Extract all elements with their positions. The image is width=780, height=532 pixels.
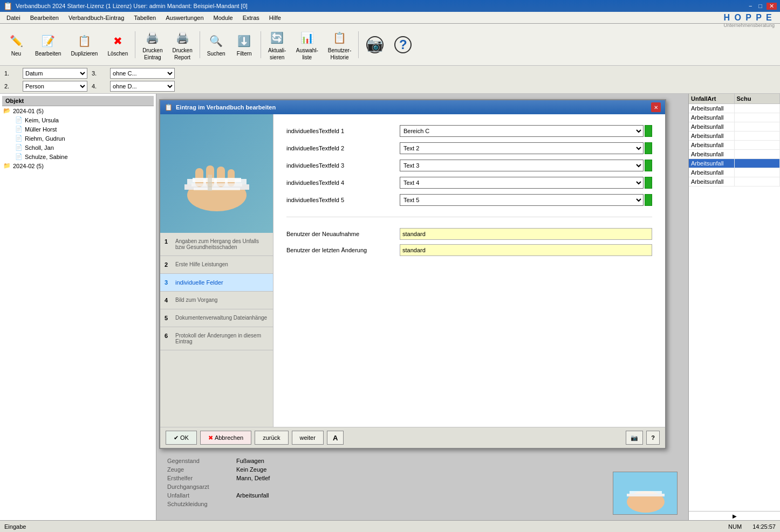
right-row-5[interactable]: Arbeitsunfall	[689, 150, 780, 159]
filter-bar: 1. Datum 2. Person 3. ohne C... 4. ohne …	[0, 66, 780, 94]
textfeld1-select[interactable]: Bereich C	[400, 125, 644, 137]
nav-label-6: Protokoll der Änderungen in diesem Eintr…	[175, 333, 269, 344]
user-input-new[interactable]	[400, 228, 652, 240]
menu-item-module[interactable]: Module	[209, 13, 237, 22]
textfeld5-select[interactable]: Text 5	[400, 194, 644, 206]
nav-num-6: 6	[165, 333, 172, 339]
drucken-eintrag-label2: Eintrag	[144, 54, 161, 60]
filter-select4[interactable]: ohne D...	[110, 81, 175, 92]
suchen-btn[interactable]: 🔍 Suchen	[203, 30, 229, 59]
nav-num-3: 3	[165, 279, 172, 286]
nav-item-5[interactable]: 5 Dokumentenverwaltung Dateianhänge	[160, 309, 273, 327]
menu-item-extras[interactable]: Extras	[238, 13, 264, 22]
aktualisieren-btn[interactable]: 🔄 Aktuali- sieren	[264, 26, 290, 63]
right-row-1[interactable]: Arbeitsunfall	[689, 113, 780, 122]
close-btn[interactable]: ✕	[767, 3, 777, 10]
footer-help-btn[interactable]: ?	[646, 431, 660, 445]
right-row-2[interactable]: Arbeitsunfall	[689, 122, 780, 132]
right-scroll-down-icon[interactable]: ▶	[733, 513, 737, 519]
textfeld3-select[interactable]: Text 3	[400, 160, 644, 171]
dialog-close-btn[interactable]: ✕	[651, 102, 661, 112]
font-button[interactable]: A	[327, 431, 344, 445]
tree-year-2024-01[interactable]: 📂 2024-01 (5)	[2, 106, 154, 115]
benutzer-historie-btn[interactable]: 📋 Benutzer- Historie	[324, 26, 355, 63]
form-label-textfeld3: individuellesTextfeld 3	[286, 162, 400, 169]
nav-item-6[interactable]: 6 Protokoll der Änderungen in diesem Ein…	[160, 327, 273, 350]
svg-rect-15	[208, 175, 212, 191]
menu-item-datei[interactable]: Datei	[2, 13, 25, 22]
textfeld4-select[interactable]: Text 4	[400, 177, 644, 189]
nav-num-2: 2	[165, 261, 172, 268]
right-row-6[interactable]: Arbeitsunfall	[689, 159, 780, 168]
filter-select3[interactable]: ohne C...	[110, 68, 175, 79]
nav-item-2[interactable]: 2 Erste Hilfe Leistungen	[160, 256, 273, 274]
textfeld3-indicator	[645, 160, 652, 171]
auswahlliste-label1: Auswahl-	[296, 47, 318, 53]
status-left: Eingabe	[4, 523, 26, 530]
right-row-3[interactable]: Arbeitsunfall	[689, 132, 780, 141]
neu-icon: ✏️	[8, 32, 25, 50]
back-button[interactable]: zurück	[255, 431, 288, 445]
tree-person-scholl[interactable]: 📄 Scholl, Jan	[2, 143, 154, 152]
tree-person-schulze[interactable]: 📄 Schulze, Sabine	[2, 152, 154, 161]
tree-person-mueller[interactable]: 📄 Müller Horst	[2, 125, 154, 134]
duplizieren-btn[interactable]: 📋 Duplizieren	[67, 30, 101, 59]
tree-person-keim[interactable]: 📄 Keim, Ursula	[2, 115, 154, 125]
tree-year-2024-02[interactable]: 📁 2024-02 (5)	[2, 161, 154, 170]
right-cell-schu-8	[735, 177, 781, 186]
bg-row-zeuge: Zeuge Kein Zeuge	[167, 466, 270, 473]
ok-button[interactable]: ✔ OK	[166, 431, 197, 445]
sep4	[358, 31, 359, 58]
right-panel-header: UnfallArt Schu	[689, 94, 780, 104]
nav-num-1: 1	[165, 238, 172, 245]
nav-item-4[interactable]: 4 Bild zum Vorgang	[160, 292, 273, 309]
filtern-btn[interactable]: ⬇️ Filtern	[231, 30, 257, 59]
tree-person-riehm[interactable]: 📄 Riehm, Gudrun	[2, 134, 154, 143]
next-button[interactable]: weiter	[292, 431, 324, 445]
cancel-button[interactable]: ✖ Abbrechen	[200, 431, 251, 445]
right-row-4[interactable]: Arbeitsunfall	[689, 141, 780, 150]
menu-item-verbandbuch-eintrag[interactable]: Verbandbuch-Eintrag	[64, 13, 128, 22]
drucken-report-btn[interactable]: 🖨️ Drucken Report	[168, 26, 196, 63]
filter-select2[interactable]: Person	[23, 81, 87, 92]
nav-item-3[interactable]: 3 individuelle Felder	[160, 274, 273, 292]
bearbeiten-btn[interactable]: 📝 Bearbeiten	[31, 30, 65, 59]
suchen-icon: 🔍	[208, 32, 225, 50]
footer-camera-btn[interactable]: 📷	[626, 431, 643, 445]
right-cell-unfallart-8: Arbeitsunfall	[689, 177, 735, 186]
right-cell-schu-0	[735, 104, 781, 113]
drucken-eintrag-btn[interactable]: 🖨️ Drucken Eintrag	[139, 26, 166, 63]
nav-item-1[interactable]: 1 Angaben zum Hergang des Unfalls bzw Ge…	[160, 233, 273, 256]
textfeld2-select[interactable]: Text 2	[400, 142, 644, 154]
form-label-textfeld5: individuellesTextfeld 5	[286, 197, 400, 203]
bg-row-ersthelfer: Ersthelfer Mann, Detlef	[167, 475, 270, 481]
maximize-btn[interactable]: □	[756, 3, 764, 10]
right-row-8[interactable]: Arbeitsunfall	[689, 177, 780, 186]
window-controls[interactable]: − □ ✕	[747, 3, 777, 10]
right-row-0[interactable]: Arbeitsunfall	[689, 104, 780, 113]
menu-item-tabellen[interactable]: Tabellen	[129, 13, 160, 22]
loeschen-btn[interactable]: ✖ Löschen	[104, 30, 132, 59]
right-cell-schu-7	[735, 168, 781, 177]
drucken-eintrag-icon: 🖨️	[144, 29, 161, 46]
auswahlliste-btn[interactable]: 📊 Auswahl- liste	[292, 26, 322, 63]
menu-item-hilfe[interactable]: Hilfe	[265, 13, 285, 22]
right-cell-schu-1	[735, 113, 781, 122]
title-bar-content: 📋 Verbandbuch 2024 Starter-Lizenz (1 Liz…	[3, 2, 248, 10]
filter-row4: 4. ohne D...	[92, 81, 175, 92]
menu-item-bearbeiten[interactable]: Bearbeiten	[26, 13, 63, 22]
font-label: A	[333, 434, 338, 442]
right-cell-unfallart-7: Arbeitsunfall	[689, 168, 735, 177]
camera-btn[interactable]: 📷	[362, 33, 388, 56]
right-row-7[interactable]: Arbeitsunfall	[689, 168, 780, 177]
user-input-last[interactable]	[400, 244, 652, 256]
cancel-label: Abbrechen	[215, 434, 243, 441]
form-row-textfeld4: individuellesTextfeld 4 Text 4	[286, 177, 652, 189]
neu-btn[interactable]: ✏️ Neu	[3, 30, 29, 59]
filter-select1[interactable]: Datum	[23, 68, 87, 79]
minimize-btn[interactable]: −	[747, 3, 754, 10]
bg-row-unfallart: Unfallart Arbeitsunfall	[167, 492, 270, 499]
help-btn[interactable]: ?	[390, 33, 416, 56]
right-cell-schu-3	[735, 132, 781, 140]
menu-item-auswertungen[interactable]: Auswertungen	[161, 13, 208, 22]
